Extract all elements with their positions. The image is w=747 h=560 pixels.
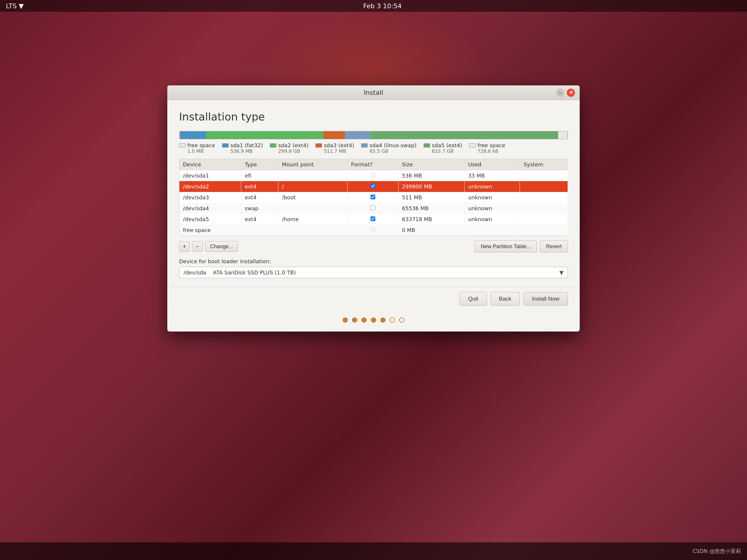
step-dot-5[interactable]	[390, 317, 395, 323]
format-cell[interactable]	[347, 170, 398, 181]
legend-label: sda4 (linux-swap)	[369, 142, 416, 149]
system-cell	[520, 181, 568, 192]
legend-item: sda4 (linux-swap)65.5 GB	[361, 142, 416, 154]
format-cell[interactable]	[347, 214, 398, 225]
table-row[interactable]: /dev/sda3ext4/boot511 MBunknown	[179, 192, 568, 203]
used-cell: unknown	[465, 181, 520, 192]
format-cell[interactable]	[347, 181, 398, 192]
device-cell: free space	[179, 225, 241, 236]
back-button[interactable]: Back	[490, 292, 520, 305]
table-row[interactable]: /dev/sda1efi536 MB33 MB	[179, 170, 568, 181]
partition-table: DeviceTypeMount pointFormat?SizeUsedSyst…	[179, 159, 568, 236]
quit-button[interactable]: Quit	[460, 292, 487, 305]
table-row[interactable]: free space0 MB	[179, 225, 568, 236]
table-row[interactable]: /dev/sda5ext4/home633718 MBunknown	[179, 214, 568, 225]
mount-cell: /boot	[278, 192, 347, 203]
table-row[interactable]: /dev/sda2ext4/299900 MBunknown	[179, 181, 568, 192]
dialog-titlebar: Install — ✕	[167, 85, 580, 100]
size-cell: 511 MB	[398, 192, 465, 203]
legend-label: free space	[187, 142, 215, 149]
type-cell: swap	[241, 203, 278, 214]
change-partition-button[interactable]: Change...	[205, 241, 238, 252]
dialog-content: Installation type free space1.0 MBsda1 (…	[167, 100, 580, 287]
remove-partition-button[interactable]: −	[192, 241, 203, 252]
bootloader-device: /dev/sda	[183, 269, 206, 275]
mount-cell	[278, 203, 347, 214]
new-partition-table-button[interactable]: New Partition Table...	[474, 241, 537, 252]
table-header-row: DeviceTypeMount pointFormat?SizeUsedSyst…	[179, 159, 568, 170]
legend-label: sda1 (fat32)	[230, 142, 263, 149]
device-cell: /dev/sda1	[179, 170, 241, 181]
page-title: Installation type	[179, 111, 568, 123]
mount-cell	[278, 225, 347, 236]
system-cell	[520, 203, 568, 214]
device-cell: /dev/sda3	[179, 192, 241, 203]
add-partition-button[interactable]: +	[179, 241, 190, 252]
dialog-controls: — ✕	[556, 89, 575, 97]
bootloader-section: Device for boot loader installation: /de…	[179, 258, 568, 278]
bottom-bar-label: CSDN @悠悠小茉莉	[693, 548, 741, 555]
size-cell: 536 MB	[398, 170, 465, 181]
bootloader-select[interactable]: /dev/sda ATA SanDisk SSD PLUS (1.0 TB) ▼	[179, 267, 568, 278]
install-now-button[interactable]: Install Now	[523, 292, 568, 305]
step-dot-1[interactable]	[352, 317, 357, 323]
legend-size: 511.7 MB	[324, 149, 346, 154]
legend-size: 1.0 MB	[187, 149, 204, 154]
revert-button[interactable]: Revert	[540, 241, 568, 252]
type-cell: ext4	[241, 214, 278, 225]
table-row[interactable]: /dev/sda4swap65536 MBunknown	[179, 203, 568, 214]
step-dot-3[interactable]	[371, 317, 376, 323]
legend-item: free space728.6 kB	[469, 142, 505, 154]
table-actions: + − Change... New Partition Table... Rev…	[179, 241, 568, 252]
size-cell: 299900 MB	[398, 181, 465, 192]
type-cell: ext4	[241, 181, 278, 192]
system-cell	[520, 192, 568, 203]
table-header-cell: Device	[179, 159, 241, 170]
size-cell: 65536 MB	[398, 203, 465, 214]
system-cell	[520, 214, 568, 225]
size-cell: 633718 MB	[398, 214, 465, 225]
legend-item: sda5 (ext4)633.7 GB	[423, 142, 462, 154]
legend-size: 633.7 GB	[432, 149, 454, 154]
close-button[interactable]: ✕	[567, 89, 575, 97]
legend-item: free space1.0 MB	[179, 142, 215, 154]
format-cell[interactable]	[347, 203, 398, 214]
bootloader-description: ATA SanDisk SSD PLUS (1.0 TB)	[213, 269, 296, 275]
step-dot-6[interactable]	[399, 317, 405, 323]
device-cell: /dev/sda4	[179, 203, 241, 214]
used-cell: 33 MB	[465, 170, 520, 181]
table-header-cell: Format?	[347, 159, 398, 170]
format-cell[interactable]	[347, 225, 398, 236]
legend-size: 728.6 kB	[478, 149, 498, 154]
dialog-title: Install	[364, 89, 383, 96]
used-cell: unknown	[465, 214, 520, 225]
partition-bar-container: free space1.0 MBsda1 (fat32)536.9 MBsda2…	[179, 131, 568, 154]
step-dot-4[interactable]	[380, 317, 386, 323]
used-cell	[465, 225, 520, 236]
legend-label: sda2 (ext4)	[278, 142, 308, 149]
bootloader-select-value: /dev/sda ATA SanDisk SSD PLUS (1.0 TB)	[183, 269, 559, 275]
legend-size: 299.9 GB	[278, 149, 300, 154]
used-cell: unknown	[465, 192, 520, 203]
format-cell[interactable]	[347, 192, 398, 203]
table-header-cell: Type	[241, 159, 278, 170]
step-dot-0[interactable]	[342, 317, 348, 323]
size-cell: 0 MB	[398, 225, 465, 236]
mount-cell: /	[278, 181, 347, 192]
dialog-footer: Quit Back Install Now	[167, 287, 580, 310]
used-cell: unknown	[465, 203, 520, 214]
table-header-cell: Size	[398, 159, 465, 170]
step-dots	[167, 310, 580, 331]
legend-item: sda3 (ext4)511.7 MB	[315, 142, 354, 154]
type-cell: efi	[241, 170, 278, 181]
mount-cell	[278, 170, 347, 181]
table-header-cell: Used	[465, 159, 520, 170]
device-cell: /dev/sda2	[179, 181, 241, 192]
step-dot-2[interactable]	[361, 317, 367, 323]
type-cell: ext4	[241, 192, 278, 203]
type-cell	[241, 225, 278, 236]
legend-size: 65.5 GB	[369, 149, 388, 154]
table-header-cell: System	[520, 159, 568, 170]
minimize-button[interactable]: —	[556, 89, 564, 97]
system-cell	[520, 170, 568, 181]
